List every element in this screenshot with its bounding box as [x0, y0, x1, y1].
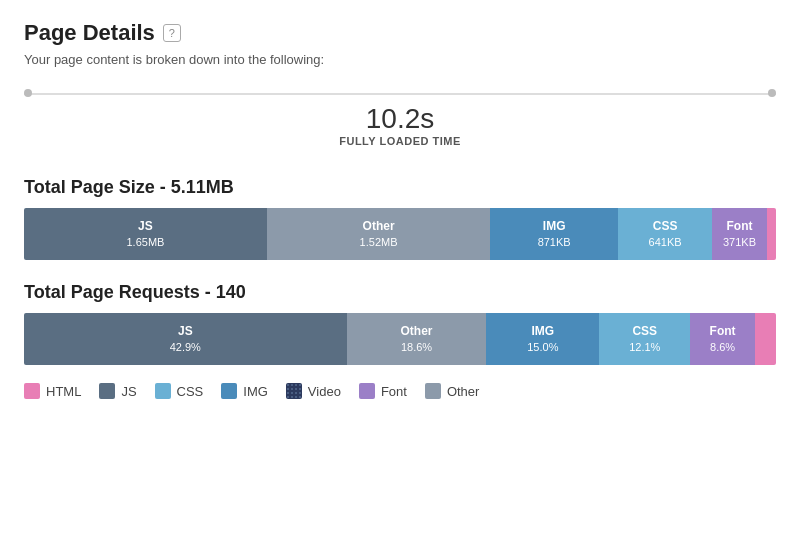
- timeline-value: 10.2s: [24, 105, 776, 133]
- bar-segment: [767, 208, 776, 260]
- timeline-container: 10.2s Fully Loaded Time: [24, 85, 776, 155]
- legend-swatch: [286, 383, 302, 399]
- legend-item: Font: [359, 383, 407, 399]
- bar-segment: IMG15.0%: [486, 313, 599, 365]
- bar-segment: CSS12.1%: [599, 313, 690, 365]
- requests-bar-chart: JS42.9%Other18.6%IMG15.0%CSS12.1%Font8.6…: [24, 313, 776, 365]
- timeline-line: [24, 93, 776, 95]
- legend-label: CSS: [177, 384, 204, 399]
- bar-segment: JS1.65MB: [24, 208, 267, 260]
- seg-value: 1.65MB: [126, 235, 164, 250]
- legend-label: Font: [381, 384, 407, 399]
- legend-swatch: [425, 383, 441, 399]
- legend-item: JS: [99, 383, 136, 399]
- seg-label: IMG: [532, 323, 555, 340]
- seg-label: Font: [727, 218, 753, 235]
- legend-swatch: [24, 383, 40, 399]
- seg-value: 871KB: [538, 235, 571, 250]
- legend: HTMLJSCSSIMGVideoFontOther: [24, 383, 776, 399]
- legend-item: Other: [425, 383, 480, 399]
- seg-label: CSS: [653, 218, 678, 235]
- timeline-dot-start: [24, 89, 32, 97]
- timeline-center: 10.2s Fully Loaded Time: [24, 105, 776, 147]
- seg-value: 371KB: [723, 235, 756, 250]
- legend-label: Other: [447, 384, 480, 399]
- requests-section-header: Total Page Requests - 140: [24, 282, 776, 303]
- bar-segment: Font371KB: [712, 208, 767, 260]
- legend-label: IMG: [243, 384, 268, 399]
- timeline-dot-end: [768, 89, 776, 97]
- legend-item: IMG: [221, 383, 268, 399]
- bar-segment: Other1.52MB: [267, 208, 490, 260]
- seg-value: 18.6%: [401, 340, 432, 355]
- legend-label: Video: [308, 384, 341, 399]
- help-icon[interactable]: ?: [163, 24, 181, 42]
- legend-label: JS: [121, 384, 136, 399]
- legend-label: HTML: [46, 384, 81, 399]
- legend-item: CSS: [155, 383, 204, 399]
- seg-value: 1.52MB: [360, 235, 398, 250]
- seg-value: 641KB: [649, 235, 682, 250]
- timeline-dots: [24, 89, 776, 97]
- seg-label: Font: [710, 323, 736, 340]
- bar-segment: Other18.6%: [347, 313, 487, 365]
- bar-segment: JS42.9%: [24, 313, 347, 365]
- bar-segment: IMG871KB: [490, 208, 618, 260]
- bar-segment: Font8.6%: [690, 313, 755, 365]
- size-section-header: Total Page Size - 5.11MB: [24, 177, 776, 198]
- legend-swatch: [155, 383, 171, 399]
- seg-label: IMG: [543, 218, 566, 235]
- seg-value: 15.0%: [527, 340, 558, 355]
- page-title: Page Details: [24, 20, 155, 46]
- subtitle: Your page content is broken down into th…: [24, 52, 776, 67]
- size-bar-chart: JS1.65MBOther1.52MBIMG871KBCSS641KBFont3…: [24, 208, 776, 260]
- seg-value: 8.6%: [710, 340, 735, 355]
- legend-swatch: [221, 383, 237, 399]
- seg-value: 12.1%: [629, 340, 660, 355]
- legend-swatch: [359, 383, 375, 399]
- title-row: Page Details ?: [24, 20, 776, 46]
- seg-label: Other: [363, 218, 395, 235]
- seg-label: Other: [401, 323, 433, 340]
- legend-item: Video: [286, 383, 341, 399]
- legend-item: HTML: [24, 383, 81, 399]
- seg-label: CSS: [632, 323, 657, 340]
- seg-value: 42.9%: [170, 340, 201, 355]
- legend-swatch: [99, 383, 115, 399]
- seg-label: JS: [138, 218, 153, 235]
- timeline-label: Fully Loaded Time: [24, 135, 776, 147]
- seg-label: JS: [178, 323, 193, 340]
- bar-segment: [755, 313, 776, 365]
- bar-segment: CSS641KB: [618, 208, 712, 260]
